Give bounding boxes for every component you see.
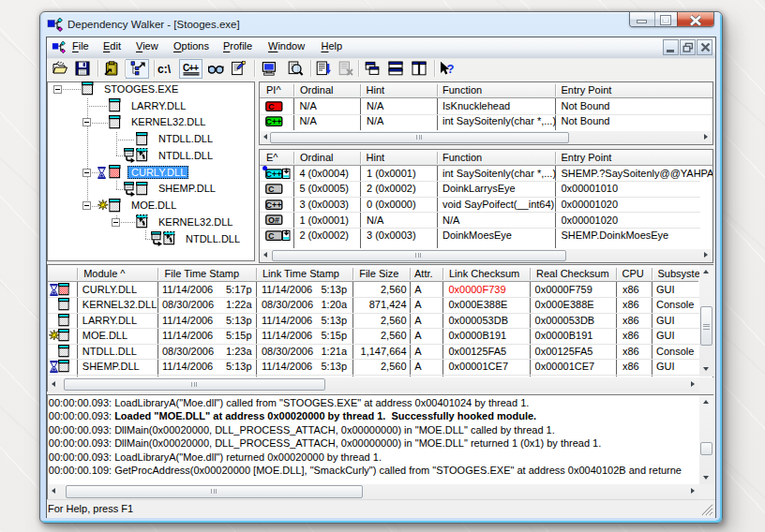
svg-text:O#: O# [268,215,279,225]
svg-text:C++: C++ [265,117,281,126]
svg-text:C: C [268,102,275,111]
svg-text:C: C [268,185,275,194]
svg-text:c:\: c:\ [158,62,172,75]
svg-text:C++: C++ [265,200,281,210]
svg-text:C++: C++ [183,62,199,72]
svg-text:?: ? [446,62,454,76]
svg-text:C++: C++ [265,170,281,179]
svg-text:C: C [268,231,275,241]
